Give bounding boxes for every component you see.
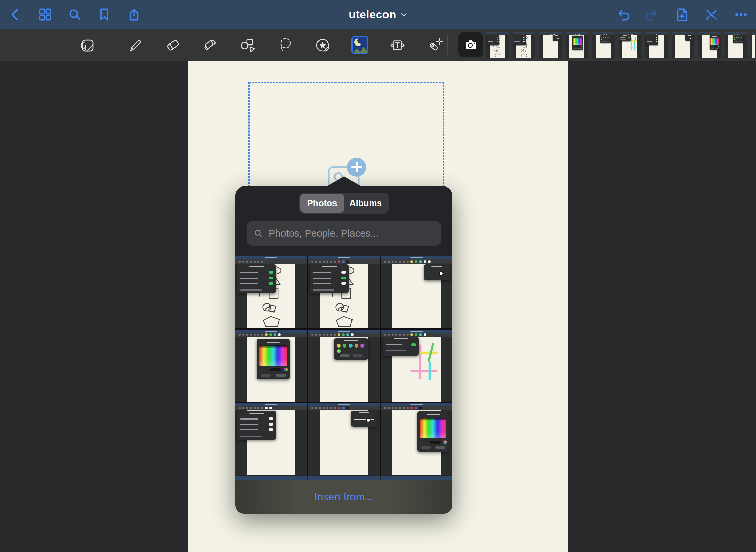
mini-navbar [381,403,452,406]
page-thumbnail-screenshot-lasso-tool-menu[interactable] [486,32,509,58]
photo-grid-partial-row [235,476,452,480]
text-tool-icon[interactable] [389,37,406,54]
photo-cell-screenshot-lasso-tool-menu[interactable] [235,256,307,328]
mini-popup-dots [600,35,611,43]
mini-popup-slider [424,264,450,280]
photos-popup: Photos Albums Insert from... [235,186,452,514]
page-thumbnail-screenshot-eraser-menu[interactable] [645,32,668,58]
mini-toolbar [308,406,380,410]
screenshot-highlighter-straight-line [381,330,452,402]
screenshot-eraser-menu [645,32,668,58]
navbar-right-group [616,0,748,29]
page-thumbnail-strip [486,32,756,58]
tab-photos[interactable]: Photos [300,194,344,213]
bookmark-icon[interactable] [98,8,111,21]
mini-navbar [308,330,380,332]
mini-toolbar [381,333,452,337]
page-thumbnail-screenshot-highlighter-straight-line[interactable] [619,32,641,58]
photo-cell-screenshot-eraser-menu[interactable] [235,403,307,475]
screenshot-eraser-menu [235,403,307,475]
mini-navbar [308,256,380,259]
mini-popup-dots [733,35,744,43]
photo-cell-screenshot-highlighter-color-presets[interactable] [308,330,380,402]
tab-albums[interactable]: Albums [344,194,388,213]
screenshot-highlighter-color-presets [308,330,380,402]
photo-cell-screenshot-pen-color-spectrum[interactable] [381,403,452,475]
screenshot-highlighter-thickness [539,32,562,58]
mini-navbar [381,330,452,332]
page-thumbnail-clipped[interactable] [751,32,756,58]
mini-popup-spectrum [417,411,449,452]
page-thumbnail-screenshot-pen-color-spectrum[interactable] [698,32,721,58]
screenshot-clipped [751,32,756,58]
photo-cell-screenshot-highlighter-color-spectrum[interactable] [235,330,307,402]
image-tool-icon[interactable] [351,37,368,54]
toolbar-divider [447,35,448,55]
redo-icon[interactable] [646,8,659,21]
mini-popup-menu [383,337,419,356]
insert-from-label: Insert from... [314,491,374,503]
sticker-tool-icon[interactable] [314,37,331,54]
mini-popup-menu [310,264,349,293]
page-thumbnail-screenshot-highlighter-color-spectrum[interactable] [566,32,588,58]
back-icon[interactable] [9,8,22,21]
mini-popup-slider [553,35,561,41]
screenshot-lasso-tool-menu [486,32,509,58]
tool-group [79,29,443,61]
screenshot-lasso-tool-menu [235,256,307,328]
mini-navbar [235,403,307,406]
page-thumbnail-screenshot-color-presets[interactable] [725,32,747,58]
page-thumbnail-screenshot-highlighter-color-presets[interactable] [592,32,615,58]
page-thumbnail-screenshot-shape-tool-menu[interactable] [513,32,535,58]
pen-tool-icon[interactable] [127,37,144,54]
eraser-tool-icon[interactable] [165,37,182,54]
popup-arrow [327,176,361,186]
lasso-tool-icon[interactable] [277,37,294,54]
page-title: utelecon [349,8,396,21]
camera-button[interactable] [458,32,483,57]
search-icon[interactable] [68,8,82,21]
photos-search-input[interactable] [268,228,441,239]
navbar: utelecon [0,0,756,29]
camera-icon [463,37,479,53]
mini-toolbar [235,259,307,264]
pen-slash-icon[interactable] [705,8,718,21]
undo-icon[interactable] [616,8,630,21]
mini-popup-slider [685,35,693,41]
photo-cell-screenshot-shape-tool-menu[interactable] [308,256,380,328]
highlighter-tool-icon[interactable] [202,37,219,54]
handwriting-mode-icon[interactable] [79,37,96,54]
more-icon[interactable] [734,8,748,21]
mini-navbar [235,256,307,259]
mini-toolbar [308,333,380,337]
photo-grid [235,256,452,475]
toolbar [0,29,756,61]
mini-popup-menu [646,35,658,45]
mini-navbar [381,256,452,259]
mini-page [752,35,755,58]
mini-toolbar [381,259,452,264]
insert-from-button[interactable]: Insert from... [235,480,452,514]
mini-navbar [235,330,307,332]
page-thumbnail-screenshot-pen-thickness[interactable] [672,32,694,58]
photo-cell-screenshot-pen-thickness[interactable] [308,403,380,475]
mini-toolbar [235,333,307,337]
page-thumbnail-screenshot-highlighter-thickness[interactable] [539,32,562,58]
photo-cell-screenshot-highlighter-straight-line[interactable] [381,330,452,402]
mini-popup-slider [351,411,377,427]
screenshot-pen-thickness [308,403,380,475]
photo-cell-screenshot-highlighter-thickness[interactable] [381,256,452,328]
photos-searchbar [247,221,441,246]
grid-icon[interactable] [38,8,52,21]
mini-popup-menu [513,35,526,45]
app-root: utelecon [0,0,756,552]
mini-toolbar [308,259,380,264]
document-title-button[interactable]: utelecon [349,0,407,29]
laser-pointer-tool-icon[interactable] [426,37,443,54]
search-icon [254,229,263,238]
screenshot-shape-tool-menu [513,32,535,58]
shapes-tool-icon[interactable] [239,37,256,54]
mini-popup-spectrum [572,36,583,50]
share-icon[interactable] [127,8,141,21]
add-page-icon[interactable] [675,8,689,21]
